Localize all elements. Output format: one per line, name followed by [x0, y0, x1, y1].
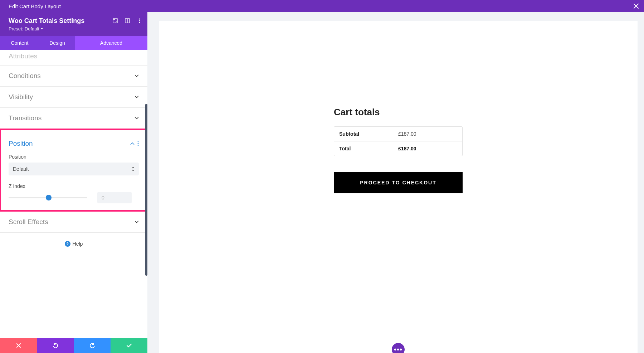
preset-selector[interactable]: Preset: Default [9, 26, 139, 32]
subtotal-value: £187.00 [398, 131, 457, 137]
cancel-button[interactable] [0, 338, 37, 353]
section-label: Visibility [9, 93, 33, 101]
fab-more-button[interactable]: ••• [392, 343, 405, 353]
kebab-menu-icon[interactable] [137, 18, 142, 24]
tab-design[interactable]: Design [39, 36, 75, 50]
cart-totals-table: Subtotal £187.00 Total £187.00 [334, 126, 463, 156]
help-icon: ? [65, 241, 70, 247]
select-value: Default [13, 166, 29, 172]
section-transitions[interactable]: Transitions [0, 108, 147, 129]
zindex-field-label: Z Index [9, 183, 139, 189]
chevron-down-icon [135, 96, 139, 98]
section-label: Conditions [9, 72, 41, 80]
svg-rect-0 [113, 19, 117, 23]
tab-content[interactable]: Content [0, 36, 39, 50]
total-value: £187.00 [398, 146, 457, 151]
svg-point-6 [138, 141, 139, 142]
section-scroll-effects[interactable]: Scroll Effects [0, 212, 147, 232]
svg-point-4 [139, 20, 140, 21]
section-visibility[interactable]: Visibility [0, 87, 147, 107]
scrollbar-thumb[interactable] [145, 104, 147, 276]
svg-point-8 [138, 145, 139, 146]
chevron-down-icon [135, 117, 139, 120]
responsive-icon[interactable] [125, 18, 130, 24]
cart-totals-heading: Cart totals [334, 107, 463, 118]
position-field-label: Position [9, 154, 139, 160]
kebab-menu-icon[interactable] [137, 141, 139, 146]
table-row: Subtotal £187.00 [334, 127, 462, 141]
select-caret-icon [132, 167, 135, 171]
help-label: Help [73, 241, 83, 247]
svg-point-3 [139, 19, 140, 20]
expand-icon[interactable] [112, 18, 118, 24]
svg-point-5 [139, 22, 140, 23]
zindex-slider[interactable] [9, 193, 87, 202]
section-label: Attributes [9, 52, 37, 60]
section-label: Transitions [9, 114, 42, 122]
tab-advanced[interactable]: Advanced [75, 36, 147, 50]
help-link[interactable]: ? Help [0, 233, 147, 255]
position-select[interactable]: Default [9, 163, 139, 175]
section-conditions[interactable]: Conditions [0, 66, 147, 86]
close-icon[interactable] [633, 3, 639, 9]
chevron-down-icon [135, 74, 139, 77]
subtotal-label: Subtotal [339, 131, 398, 137]
section-attributes[interactable]: Attributes [0, 50, 147, 65]
undo-button[interactable] [37, 338, 74, 353]
table-row: Total £187.00 [334, 141, 462, 156]
section-label: Position [9, 140, 33, 148]
slider-thumb[interactable] [46, 195, 52, 200]
save-button[interactable] [111, 338, 147, 353]
section-position[interactable]: Position [0, 129, 147, 154]
preset-label: Preset: Default [9, 26, 39, 32]
proceed-to-checkout-button[interactable]: PROCEED TO CHECKOUT [334, 172, 463, 193]
chevron-down-icon [135, 221, 139, 223]
zindex-input[interactable] [97, 192, 132, 203]
chevron-up-icon [130, 142, 135, 145]
section-label: Scroll Effects [9, 218, 48, 226]
redo-button[interactable] [74, 338, 111, 353]
total-label: Total [339, 146, 398, 151]
modal-title: Edit Cart Body Layout [9, 3, 61, 9]
svg-point-7 [138, 143, 139, 144]
